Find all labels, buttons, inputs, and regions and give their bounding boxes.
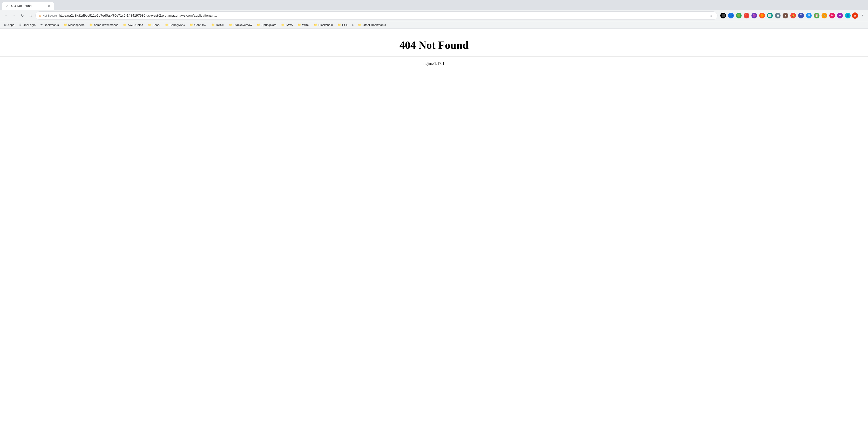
- ext-circle-9: ■: [783, 13, 788, 19]
- ext-circle-16: ♟: [837, 13, 843, 19]
- extension-icon-17[interactable]: 👤: [844, 12, 851, 19]
- extension-icon-5[interactable]: 🟣: [751, 12, 758, 19]
- forward-button[interactable]: →: [10, 12, 18, 19]
- menu-icon[interactable]: ⋮: [859, 12, 866, 19]
- bookmark-stackoverflow[interactable]: 📁 Stackoverflow: [227, 23, 254, 27]
- ext-circle-4: 🔴: [744, 13, 749, 19]
- bookmark-other[interactable]: 📁 Other Bookmarks: [356, 23, 388, 27]
- extension-icon-13[interactable]: 📋: [813, 12, 820, 19]
- extension-icon-11[interactable]: ①: [797, 12, 805, 19]
- address-bar-icons: ☆: [708, 12, 714, 19]
- warning-icon: ⚠: [39, 14, 41, 18]
- tab-bar: ⚠ 404 Not Found ✕: [0, 0, 868, 10]
- bookmark-springmvc[interactable]: 📁 SpringMVC: [163, 23, 187, 27]
- bookmark-springdata[interactable]: 📁 SpringData: [255, 23, 279, 27]
- extension-icon-14[interactable]: 🔧: [821, 12, 828, 19]
- extension-icon-12[interactable]: ✉: [805, 12, 812, 19]
- reload-button[interactable]: ↻: [19, 12, 26, 19]
- extension-icon-7[interactable]: ⬜: [766, 12, 774, 19]
- dash-folder-icon: 📁: [211, 23, 215, 27]
- bookmark-stackoverflow-label: Stackoverflow: [234, 23, 252, 27]
- bookmark-bookmarks-label: Bookmarks: [44, 23, 59, 27]
- ext-circle-6: 🟠: [759, 13, 765, 19]
- aws-folder-icon: 📁: [123, 23, 127, 27]
- extension-icon-2[interactable]: 🔵: [727, 12, 735, 19]
- ext-circle-13: 📋: [814, 13, 819, 19]
- server-info: nginx/1.17.1: [0, 57, 868, 70]
- stackoverflow-folder-icon: 📁: [229, 23, 232, 27]
- extension-icon-6[interactable]: 🟠: [758, 12, 766, 19]
- page-content: 404 Not Found nginx/1.17.1: [0, 29, 868, 424]
- bookmark-centos7[interactable]: 📁 CentOS7: [187, 23, 209, 27]
- bookmark-spark-label: Spark: [153, 23, 160, 27]
- apps-icon: ⊞: [4, 23, 6, 27]
- bookmark-star-icon[interactable]: ☆: [708, 12, 714, 19]
- ext-circle-7: ⬜: [767, 13, 773, 19]
- extension-icon-3[interactable]: 🟢: [735, 12, 742, 19]
- back-button[interactable]: ←: [2, 12, 9, 19]
- extension-icon-15[interactable]: ✂: [829, 12, 836, 19]
- ext-circle-5: 🟣: [751, 13, 757, 19]
- extension-icon-9[interactable]: ■: [782, 12, 789, 19]
- home-button[interactable]: ⌂: [27, 12, 34, 19]
- bookmark-springdata-label: SpringData: [261, 23, 276, 27]
- bookmark-homebrew-label: home brew macos: [94, 23, 118, 27]
- ext-circle-17: 👤: [845, 13, 850, 19]
- nav-bar: ← → ↻ ⌂ ⚠ Not Secure https://a2c8fdf1d9c…: [0, 10, 868, 21]
- bookmark-aws-label: AWS-China: [128, 23, 143, 27]
- bookmark-mesosphere[interactable]: 📁 Mesosphere: [62, 23, 87, 27]
- ext-circle-1: ⬛: [720, 13, 726, 19]
- tab-favicon: ⚠: [5, 4, 9, 8]
- spark-folder-icon: 📁: [148, 23, 152, 27]
- extension-icon-4[interactable]: 🔴: [743, 12, 750, 19]
- security-indicator: ⚠ Not Secure: [39, 14, 57, 18]
- wbc-folder-icon: 📁: [298, 23, 301, 27]
- extension-icon-1[interactable]: ⬛: [719, 12, 727, 19]
- bookmark-blockchain-label: Blockchain: [318, 23, 333, 27]
- bookmark-onelogin-label: OneLogin: [23, 23, 36, 27]
- ext-circle-10: 🔔: [790, 13, 796, 19]
- error-container: 404 Not Found nginx/1.17.1: [0, 29, 868, 75]
- active-tab[interactable]: ⚠ 404 Not Found ✕: [2, 2, 54, 10]
- ssl-folder-icon: 📁: [337, 23, 341, 27]
- onelogin-icon: ①: [19, 23, 22, 27]
- bookmark-spark[interactable]: 📁 Spark: [146, 23, 162, 27]
- tab-close-button[interactable]: ✕: [47, 4, 51, 8]
- homebrew-folder-icon: 📁: [89, 23, 93, 27]
- error-title: 404 Not Found: [0, 39, 868, 52]
- ext-circle-2: 🔵: [728, 13, 734, 19]
- bookmarks-bar: ⊞ Apps ① OneLogin ★ Bookmarks 📁 Mesosphe…: [0, 21, 868, 29]
- bookmark-wbc[interactable]: 📁 WBC: [296, 23, 311, 27]
- other-folder-icon: 📁: [358, 23, 362, 27]
- bookmark-bookmarks[interactable]: ★ Bookmarks: [38, 23, 61, 27]
- more-bookmarks-button[interactable]: »: [350, 22, 355, 27]
- bookmark-wbc-label: WBC: [302, 23, 309, 27]
- java-folder-icon: 📁: [281, 23, 285, 27]
- address-bar[interactable]: ⚠ Not Secure https://a2c8fdf1d9cc911e9b7…: [35, 11, 717, 20]
- ext-circle-12: ✉: [806, 13, 812, 19]
- springmvc-folder-icon: 📁: [165, 23, 169, 27]
- tab-title: 404 Not Found: [11, 4, 44, 8]
- bookmark-ssl[interactable]: 📁 SSL: [335, 23, 350, 27]
- bookmark-blockchain[interactable]: 📁 Blockchain: [312, 23, 335, 27]
- bookmark-aws-china[interactable]: 📁 AWS-China: [121, 23, 145, 27]
- bookmark-apps-label: Apps: [7, 23, 14, 27]
- ext-circle-3: 🟢: [736, 13, 742, 19]
- mesosphere-folder-icon: 📁: [64, 23, 67, 27]
- bookmark-java[interactable]: 📁 JAVA: [279, 23, 295, 27]
- bookmark-apps[interactable]: ⊞ Apps: [2, 23, 17, 27]
- ext-circle-8: ◼: [775, 13, 780, 19]
- extension-icon-10[interactable]: 🔔: [789, 12, 797, 19]
- bookmark-homebrew[interactable]: 📁 home brew macos: [87, 23, 120, 27]
- nav-right-icons: ⬛ 🔵 🟢 🔴 🟣 🟠 ⬜ ◼ ■: [719, 12, 866, 19]
- extension-icon-8[interactable]: ◼: [774, 12, 781, 19]
- bookmark-mesosphere-label: Mesosphere: [68, 23, 85, 27]
- profile-icon[interactable]: A: [852, 12, 858, 19]
- bookmark-dash[interactable]: 📁 DASH: [209, 23, 226, 27]
- bookmarks-folder-icon: ★: [40, 23, 43, 27]
- url-display: https://a2c8fdf1d9cc911e9b7ed0abf76e71c5…: [59, 13, 706, 18]
- extension-icon-16[interactable]: ♟: [836, 12, 844, 19]
- bookmark-java-label: JAVA: [286, 23, 293, 27]
- bookmark-other-label: Other Bookmarks: [363, 23, 386, 27]
- bookmark-onelogin[interactable]: ① OneLogin: [17, 23, 38, 27]
